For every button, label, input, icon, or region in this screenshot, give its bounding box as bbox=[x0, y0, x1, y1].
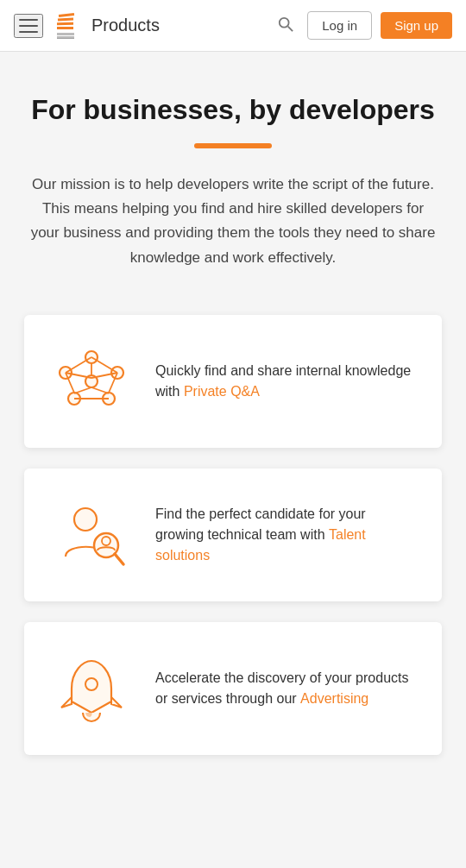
svg-line-10 bbox=[288, 27, 293, 31]
cards-section: Quickly find and share internal knowledg… bbox=[0, 287, 466, 772]
svg-line-22 bbox=[91, 387, 109, 393]
svg-line-29 bbox=[115, 554, 123, 564]
signup-button[interactable]: Sign up bbox=[381, 12, 452, 39]
talent-icon bbox=[48, 496, 135, 574]
svg-rect-5 bbox=[59, 13, 74, 17]
private-qa-icon bbox=[48, 343, 135, 420]
hero-description: Our mission is to help developers write … bbox=[26, 173, 440, 269]
svg-point-9 bbox=[280, 18, 289, 28]
talent-search-icon bbox=[53, 500, 130, 569]
rocket-icon bbox=[53, 654, 130, 723]
svg-point-31 bbox=[85, 678, 98, 690]
svg-line-23 bbox=[74, 387, 91, 393]
logo[interactable]: Products bbox=[54, 10, 160, 41]
svg-rect-7 bbox=[57, 22, 73, 24]
advertising-text: Accelerate the discovery of your product… bbox=[155, 668, 418, 709]
private-qa-text: Quickly find and share internal knowledg… bbox=[155, 361, 418, 402]
hero-section: For businesses, by developers Our missio… bbox=[0, 52, 466, 287]
talent-card: Find the perfect candidate for your grow… bbox=[24, 469, 442, 601]
header-right: Log in Sign up bbox=[273, 11, 452, 40]
menu-button[interactable] bbox=[14, 14, 43, 38]
main-header: Products Log in Sign up bbox=[0, 0, 466, 52]
nav-title: Products bbox=[91, 16, 160, 35]
hero-divider bbox=[194, 143, 272, 148]
svg-rect-6 bbox=[58, 17, 73, 21]
private-qa-card: Quickly find and share internal knowledg… bbox=[24, 315, 442, 448]
talent-text: Find the perfect candidate for your grow… bbox=[155, 504, 418, 566]
header-left: Products bbox=[14, 10, 273, 41]
search-button[interactable] bbox=[273, 11, 299, 40]
advertising-link[interactable]: Advertising bbox=[300, 691, 368, 706]
search-icon bbox=[278, 16, 293, 32]
svg-rect-8 bbox=[57, 27, 73, 29]
svg-line-18 bbox=[91, 357, 117, 373]
advertising-icon bbox=[48, 650, 135, 727]
login-button[interactable]: Log in bbox=[307, 11, 372, 40]
hero-title: For businesses, by developers bbox=[24, 93, 442, 126]
svg-rect-4 bbox=[57, 36, 74, 39]
svg-point-30 bbox=[102, 537, 110, 545]
advertising-card: Accelerate the discovery of your product… bbox=[24, 622, 442, 755]
network-icon bbox=[53, 347, 130, 416]
svg-rect-3 bbox=[57, 33, 74, 35]
svg-line-19 bbox=[66, 357, 91, 373]
advertising-description-before: Accelerate the discovery of your product… bbox=[155, 670, 408, 706]
stackoverflow-logo-icon bbox=[54, 10, 85, 41]
private-qa-link[interactable]: Private Q&A bbox=[184, 384, 260, 399]
svg-point-27 bbox=[74, 508, 97, 531]
